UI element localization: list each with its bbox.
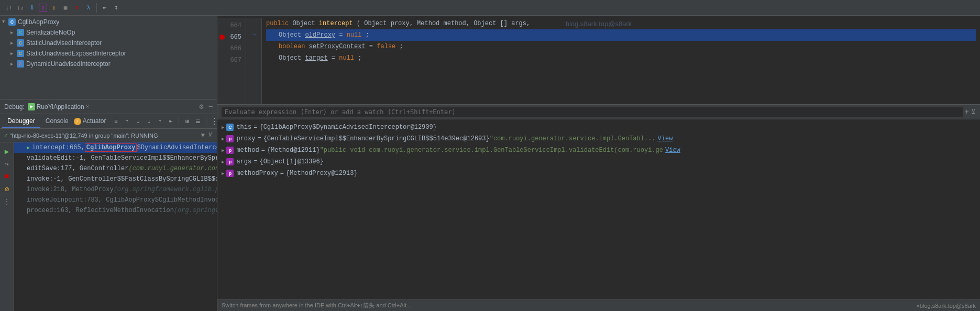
var-name-methodproxy: methodProxy	[236, 170, 278, 177]
top-toolbar: ↓↑ ↓₂ ℹ p f ▣ ✗ λ ⇤ ↧	[0, 0, 980, 16]
var-value-str-method: "public void com.ruoyi.generator.service…	[320, 147, 663, 154]
class-icon-c-red: C	[17, 60, 24, 68]
vars-dropdown-icon[interactable]: ⊻	[971, 108, 976, 116]
var-arrow-args[interactable]: ▶	[222, 159, 224, 165]
debug-lines2[interactable]: ☰	[193, 117, 203, 126]
code-content-area: 664 665 666 667 →	[217, 16, 980, 104]
debug-step4[interactable]: ⇡	[155, 117, 164, 126]
var-item-this[interactable]: ▶ C this = {CglibAopProxy$DynamicAdvised…	[217, 121, 980, 133]
p-icon[interactable]: p	[39, 4, 47, 12]
tree-item-serializable[interactable]: ▶ C SerializableNoOp	[0, 27, 217, 38]
tree-item-static-unadvised[interactable]: ▶ C StaticUnadvisedInterceptor	[0, 38, 217, 48]
var-arrow-this[interactable]: ▶	[222, 125, 224, 130]
tab-console[interactable]: Console	[40, 115, 74, 128]
add-watch-btn[interactable]: +	[965, 108, 969, 116]
resume-btn[interactable]: ▶	[2, 147, 12, 156]
mute-btn[interactable]: ⊘	[2, 184, 12, 194]
line-num-667: 667	[217, 54, 246, 66]
class-icon-c-green: C	[17, 29, 24, 36]
step-in-icon[interactable]: ↧	[112, 3, 121, 13]
actuator-icon: ⚡	[74, 118, 81, 125]
line-num-665: 665	[217, 31, 246, 43]
tree-item-label: SerializableNoOp	[26, 29, 75, 36]
x-icon[interactable]: ✗	[72, 3, 82, 13]
tree-item-label: StaticUnadvisedExposedInterceptor	[26, 50, 126, 57]
step-over-btn[interactable]: ↷	[2, 159, 12, 169]
stack-frame-6[interactable]: proceed:163, ReflectiveMethodInvocation …	[14, 205, 217, 216]
tree-item-cglib[interactable]: ▼ C CglibAopProxy	[0, 17, 217, 27]
breakpoint-665	[219, 35, 225, 40]
var-value-method: {Method@12911}	[267, 147, 320, 154]
debug-menu-icon[interactable]: ⋮	[210, 117, 217, 126]
sort-icon[interactable]: ↓↑	[4, 3, 14, 13]
f-icon[interactable]: f	[49, 3, 59, 13]
var-arrow-proxy[interactable]: ▶	[222, 136, 224, 142]
var-arrow-method[interactable]: ▶	[222, 148, 224, 153]
minimize-icon[interactable]: —	[209, 103, 213, 110]
var-item-proxy[interactable]: ▶ p proxy = {GenTableServiceImpl$$Enhanc…	[217, 133, 980, 145]
code-lines: public Object intercept ( Object proxy, …	[262, 18, 980, 104]
var-badge-args: p	[226, 158, 234, 165]
line-num-666: 666	[217, 43, 246, 54]
var-item-args[interactable]: ▶ p args = {Object[1]@13396}	[217, 156, 980, 168]
thread-check: ✓	[4, 132, 8, 139]
gutter-line-666	[246, 41, 261, 52]
status-right-text: blog.s8ark.top@s8ark	[920, 303, 976, 309]
code-line-664: public Object intercept ( Object proxy, …	[266, 18, 976, 29]
debug-settings-icon[interactable]: ⚙	[199, 102, 203, 111]
frame-method-6: proceed:163, ReflectiveMethodInvocation	[27, 207, 174, 214]
shield-icon[interactable]: ▣	[61, 3, 70, 13]
stack-frame-3[interactable]: invoke:-1, GenController$$FastClassBySpr…	[14, 174, 217, 184]
left-panel: ▼ C CglibAopProxy ▶ C SerializableNoOp ▶…	[0, 16, 217, 311]
debug-step2[interactable]: ⇣	[133, 117, 142, 126]
var-name-method: method	[236, 147, 259, 154]
stack-frame-2[interactable]: editSave:177, GenController (com.ruoyi.g…	[14, 163, 217, 174]
var-view-link-method[interactable]: View	[665, 147, 680, 154]
status-bar: Switch frames from anywhere in the IDE w…	[217, 299, 980, 311]
tree-item-label: CglibAopProxy	[18, 18, 59, 26]
stack-frame-1[interactable]: validateEdit:-1, GenTableServiceImpl$$En…	[14, 153, 217, 163]
lambda-icon[interactable]: λ	[84, 3, 93, 13]
var-eq-methodproxy: =	[280, 170, 284, 177]
var-value-methodproxy: {MethodProxy@12913}	[286, 170, 358, 177]
thread-dropdown-icon[interactable]: ⊻	[208, 131, 213, 139]
stop-btn[interactable]: ■	[2, 172, 12, 181]
var-value-this: {CglibAopProxy$DynamicAdvisedInterceptor…	[259, 124, 436, 131]
stack-frame-4[interactable]: invoke:218, MethodProxy (org.springframe…	[14, 184, 217, 195]
thread-bar: ✓ "http-nio-80-exec-11"@12,749 in group …	[0, 129, 217, 142]
debug-toolbar-lines[interactable]: ≡	[111, 117, 120, 126]
tab-actuator-container[interactable]: ⚡ Actuator	[74, 115, 112, 128]
thread-text: "http-nio-80-exec-11"@12,749 in group "m…	[10, 132, 158, 139]
evaluate-expression-input[interactable]	[222, 107, 963, 117]
vars-toolbar: + ⊻	[217, 105, 980, 119]
var-arrow-methodproxy[interactable]: ▶	[222, 171, 224, 176]
tab-actuator[interactable]: Actuator	[83, 115, 112, 128]
debug-grid[interactable]: ⊞	[182, 117, 192, 126]
frame-method-5: invokeJoinpoint:783, CglibAopProxy$Cglib…	[27, 196, 217, 204]
var-view-link-proxy[interactable]: View	[658, 135, 673, 142]
frame-pkg-2: (com.ruoyi.generator.controller)	[128, 165, 217, 172]
sort2-icon[interactable]: ↓₂	[16, 3, 25, 13]
tree-arrow: ▶	[10, 40, 17, 46]
filter-icon[interactable]: ▼	[201, 132, 205, 139]
step-over-icon[interactable]: ⇤	[100, 3, 109, 13]
stack-frame-0[interactable]: ▶ intercept:665, CglibAopProxy $DynamicA…	[14, 142, 217, 153]
tab-debugger[interactable]: Debugger	[2, 115, 40, 128]
debug-step3[interactable]: ⇣	[144, 117, 153, 126]
info-icon[interactable]: ℹ	[27, 3, 37, 13]
gutter: →	[246, 18, 262, 104]
var-item-method[interactable]: ▶ p method = {Method@12911} "public void…	[217, 145, 980, 156]
toolbar-separator	[96, 3, 97, 13]
tree-item-dynamic-unadvised[interactable]: ▶ C DynamicUnadvisedInterceptor	[0, 59, 217, 69]
stack-frame-5[interactable]: invokeJoinpoint:783, CglibAopProxy$Cglib…	[14, 195, 217, 205]
close-tab-icon[interactable]: ×	[86, 104, 90, 110]
frame-method-2: editSave:177, GenController	[27, 165, 128, 172]
debug-step1[interactable]: ⇡	[122, 117, 131, 126]
app-name-tab[interactable]: ▶ RuoYiApplication ×	[28, 103, 90, 110]
more-btn[interactable]: ⋮	[2, 197, 12, 206]
var-value-str-proxy: "com.ruoyi.generator.service.impl.GenTab…	[490, 135, 656, 142]
tree-item-static-exposed[interactable]: ▶ C StaticUnadvisedExposedInterceptor	[0, 48, 217, 59]
var-item-methodproxy[interactable]: ▶ p methodProxy = {MethodProxy@12913}	[217, 168, 980, 179]
debug-step5[interactable]: ⇤	[166, 117, 175, 126]
frame-method-3: invoke:-1, GenController$$FastClassBySpr…	[27, 175, 217, 183]
